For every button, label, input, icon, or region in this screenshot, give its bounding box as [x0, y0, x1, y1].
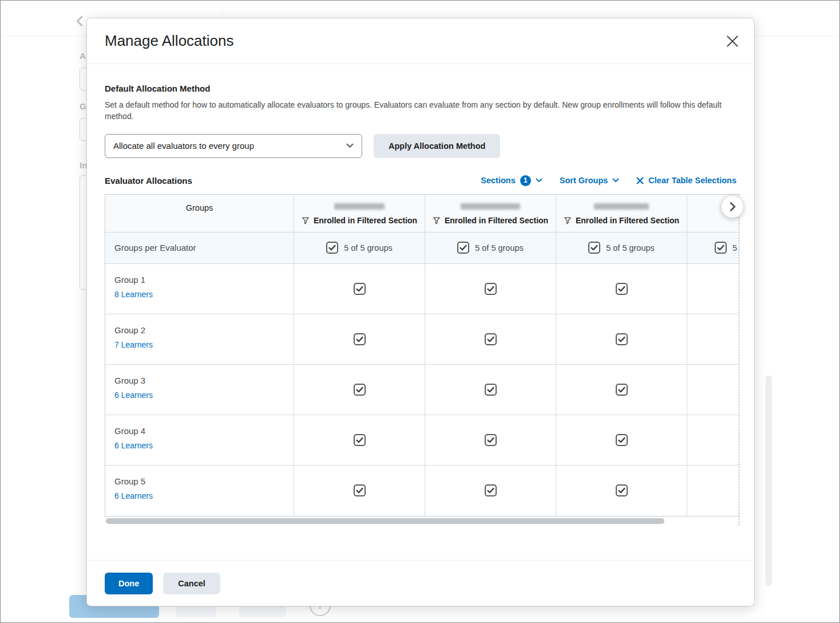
check-icon	[487, 487, 494, 494]
filter-label: Enrolled in Filtered Section	[314, 216, 417, 225]
allocation-checkbox[interactable]	[485, 283, 497, 295]
allocation-checkbox[interactable]	[485, 434, 497, 446]
filter-status: Enrolled in Filtered Section	[433, 216, 548, 225]
table-header-row: Groups Enrolled in Filtered Section	[105, 195, 739, 232]
groups-column-header: Groups	[105, 195, 294, 232]
dialog-footer: Done Cancel	[87, 560, 754, 606]
column-select-all-checkbox[interactable]	[715, 242, 727, 254]
check-icon	[717, 245, 724, 251]
evaluator-name-redacted	[594, 203, 649, 210]
check-icon	[356, 487, 363, 494]
column-select-all-checkbox[interactable]	[326, 242, 338, 254]
chevron-right-icon	[730, 202, 736, 211]
table-row: Group 1 8 Learners	[105, 264, 739, 314]
allocation-cell	[556, 466, 687, 516]
filter-icon	[302, 216, 310, 224]
allocation-checkbox[interactable]	[354, 384, 366, 396]
learners-link[interactable]: 6 Learners	[114, 491, 153, 500]
allocation-cell	[294, 314, 425, 364]
dialog-body: Default Allocation Method Set a default …	[87, 64, 754, 560]
chevron-down-icon	[536, 178, 542, 183]
group-cell: Group 5 6 Learners	[105, 466, 294, 516]
horizontal-scrollbar-thumb[interactable]	[106, 518, 664, 524]
allocation-checkbox[interactable]	[354, 283, 366, 295]
allocation-cell	[425, 365, 556, 415]
allocation-checkbox[interactable]	[485, 333, 497, 345]
check-icon	[487, 286, 494, 292]
groups-header-label: Groups	[186, 203, 213, 232]
method-row: Allocate all evaluators to every group A…	[105, 134, 736, 158]
sections-filter-button[interactable]: Sections 1	[481, 175, 542, 186]
allocation-checkbox[interactable]	[616, 484, 628, 496]
clear-selections-label: Clear Table Selections	[648, 176, 736, 185]
manage-allocations-dialog: Manage Allocations Default Allocation Me…	[86, 18, 755, 606]
scroll-columns-right-button[interactable]	[721, 195, 744, 218]
allocation-cell	[556, 314, 687, 364]
group-name: Group 3	[114, 376, 284, 385]
allocation-checkbox[interactable]	[616, 434, 628, 446]
filter-status: Enrolled in Filtered Section	[564, 216, 679, 225]
learners-link[interactable]: 7 Learners	[114, 340, 153, 349]
evaluator-allocations-heading: Evaluator Allocations	[105, 176, 192, 186]
sections-count-badge: 1	[520, 175, 531, 186]
evaluator-name-redacted	[461, 203, 520, 210]
allocation-checkbox[interactable]	[485, 484, 497, 496]
check-icon	[356, 286, 363, 292]
allocation-cell	[425, 314, 556, 364]
table-controls: Sections 1 Sort Groups Clear Table Selec…	[481, 175, 736, 186]
allocation-cell	[425, 264, 556, 314]
column-select-all-checkbox[interactable]	[457, 242, 469, 254]
allocation-checkbox[interactable]	[616, 283, 628, 295]
chevron-down-icon	[612, 178, 619, 183]
evaluator-name-redacted	[334, 203, 385, 210]
group-cell: Group 2 7 Learners	[105, 314, 294, 364]
allocation-checkbox[interactable]	[616, 333, 628, 345]
allocations-table: Groups Enrolled in Filtered Section	[105, 194, 739, 516]
summary-value: 5 of 5 groups	[344, 243, 393, 253]
allocations-table-zone: Groups Enrolled in Filtered Section	[105, 194, 739, 526]
evaluator-column-header: Enrolled in Filtered Section	[556, 195, 687, 232]
check-icon	[591, 245, 598, 251]
allocation-method-select[interactable]: Allocate all evaluators to every group	[105, 134, 362, 158]
summary-cell-partial: 5 of 5 groups	[687, 232, 739, 263]
dialog-title: Manage Allocations	[105, 32, 233, 50]
check-icon	[459, 245, 467, 251]
allocation-checkbox[interactable]	[354, 434, 366, 446]
allocation-cell	[556, 365, 687, 415]
allocation-cell	[294, 365, 425, 415]
allocation-method-value: Allocate all evaluators to every group	[113, 141, 254, 151]
summary-cell: 5 of 5 groups	[556, 232, 687, 263]
done-button[interactable]: Done	[105, 573, 153, 594]
allocation-checkbox[interactable]	[485, 384, 497, 396]
table-row: Group 4 6 Learners	[105, 415, 739, 466]
learners-link[interactable]: 8 Learners	[114, 290, 153, 299]
allocation-cell	[425, 415, 556, 465]
learners-link[interactable]: 6 Learners	[114, 441, 153, 450]
close-button[interactable]	[722, 31, 743, 52]
summary-row-label: Groups per Evaluator	[105, 232, 294, 263]
allocation-checkbox[interactable]	[354, 484, 366, 496]
group-cell: Group 4 6 Learners	[105, 415, 294, 465]
filter-label: Enrolled in Filtered Section	[445, 216, 548, 225]
allocation-cell	[294, 466, 425, 516]
summary-value: 5 of 5 groups	[475, 243, 524, 253]
summary-cell: 5 of 5 groups	[294, 232, 425, 263]
dialog-header: Manage Allocations	[87, 18, 754, 64]
evaluator-column-header: Enrolled in Filtered Section	[294, 195, 425, 232]
column-select-all-checkbox[interactable]	[588, 242, 600, 254]
learners-link[interactable]: 6 Learners	[114, 391, 153, 400]
browser-viewport: A G In ? Manage Allocations Default Allo…	[0, 0, 840, 623]
allocation-checkbox[interactable]	[354, 333, 366, 345]
check-icon	[618, 487, 625, 494]
summary-value: 5 of 5 groups	[606, 243, 655, 253]
check-icon	[618, 387, 625, 393]
allocation-checkbox[interactable]	[616, 384, 628, 396]
default-method-description: Set a default method for how to automati…	[105, 99, 736, 123]
cancel-button[interactable]: Cancel	[163, 573, 220, 594]
sort-groups-button[interactable]: Sort Groups	[560, 176, 620, 185]
apply-allocation-method-button[interactable]: Apply Allocation Method	[374, 134, 500, 158]
evaluator-allocations-header-row: Evaluator Allocations Sections 1 Sort Gr…	[105, 175, 736, 186]
chevron-down-icon	[346, 143, 354, 148]
allocation-cell-partial	[687, 264, 739, 314]
clear-table-selections-button[interactable]: Clear Table Selections	[636, 176, 736, 185]
